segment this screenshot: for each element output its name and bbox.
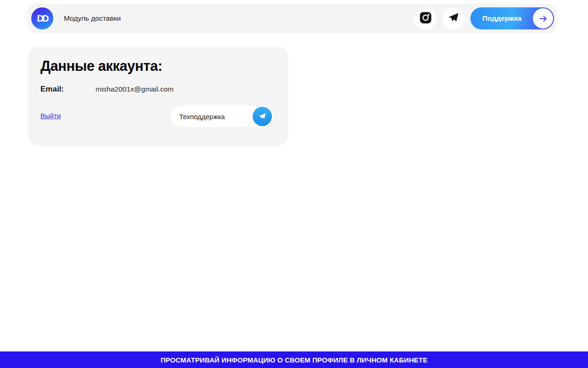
footer-banner: ПРОСМАТРИВАЙ ИНФОРМАЦИЮ О СВОЕМ ПРОФИЛЕ … <box>0 351 588 368</box>
instagram-button[interactable] <box>414 7 436 29</box>
telegram-button[interactable] <box>442 7 464 29</box>
header-actions: Поддержка <box>414 7 554 29</box>
support-button[interactable]: Поддержка <box>470 7 554 29</box>
tech-support-button[interactable]: Техподдержка <box>171 106 273 127</box>
arrow-right-icon <box>533 8 553 29</box>
dd-logo-icon[interactable]: DD <box>31 7 53 29</box>
footer-text: ПРОСМАТРИВАЙ ИНФОРМАЦИЮ О СВОЕМ ПРОФИЛЕ … <box>160 356 427 364</box>
email-value: misha2001x@gmail.com <box>96 85 174 93</box>
account-card-title: Данные аккаунта: <box>40 58 162 75</box>
send-icon[interactable] <box>253 107 272 126</box>
support-button-label: Поддержка <box>470 14 521 23</box>
instagram-icon <box>419 12 432 26</box>
logo-text: DD <box>37 13 48 24</box>
email-row: Email: misha2001x@gmail.com <box>40 85 174 94</box>
account-card: Данные аккаунта: Email: misha2001x@gmail… <box>28 46 288 146</box>
email-label: Email: <box>40 85 96 94</box>
tech-support-label: Техподдержка <box>171 113 225 121</box>
logout-link[interactable]: Выйти <box>40 112 61 120</box>
telegram-icon <box>447 12 459 25</box>
header-bar: DD Модуль доставки Поддержка <box>28 4 557 33</box>
brand-title: Модуль доставки <box>64 14 121 23</box>
